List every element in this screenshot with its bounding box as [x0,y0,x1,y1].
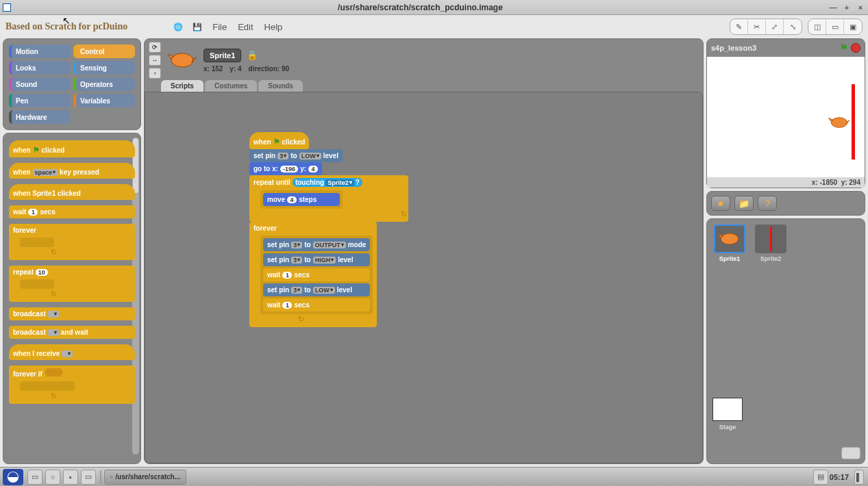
menu-file[interactable]: File [212,22,227,32]
sprite-direction: direction: 90 [249,65,289,73]
block-when-receive[interactable]: when I receive [9,344,135,360]
tool-group-edit: ✎ ✂ ⤢ ⤡ [730,18,802,35]
script-setpin-mode[interactable]: set pin3toOUTPUTmode [263,238,370,251]
scripts-area[interactable]: whenclicked set pin3toLOWlevel go to x:-… [145,92,703,463]
taskbar-task[interactable]: ▫/usr/share/scratch... [104,470,186,485]
script-setpin-high[interactable]: set pin3toHIGHlevel [263,253,370,266]
close-button[interactable]: × [856,3,865,12]
block-broadcast-wait[interactable]: broadcast and wait [9,326,135,339]
categories-panel: Motion Control Looks Sensing Sound Opera… [3,38,141,130]
window-titlebar: /usr/share/scratch/scratch_pcduino.image… [0,0,868,15]
maximize-button[interactable]: + [842,3,852,12]
script-forever[interactable]: forever set pin3toOUTPUTmode set pin3toH… [249,222,377,327]
category-pen[interactable]: Pen [9,94,71,107]
category-control[interactable]: Control [73,44,135,58]
view-present-icon[interactable]: ▣ [844,19,862,34]
minimize-button[interactable]: — [828,3,838,12]
sprite-list: Sprite1 Sprite2 Stage [706,218,865,464]
taskbar-minimize-icon[interactable]: ▭ [81,470,96,485]
paint-sprite-button[interactable]: ★ [711,196,730,211]
brand-main: Based on Scratch [5,21,76,31]
app-icon [3,3,11,12]
script-when-flag-clicked[interactable]: whenclicked [249,132,309,149]
block-forever-if[interactable]: forever if [9,366,135,404]
touching-reporter[interactable]: touchingSprite2? [293,178,362,187]
category-variables[interactable]: Variables [73,94,135,107]
stage-thumb[interactable]: Stage [712,398,743,431]
view-small-icon[interactable]: ◫ [808,19,826,34]
sprite1-on-stage[interactable] [828,115,851,131]
script-setpin-low-1[interactable]: set pin3toLOWlevel [249,149,343,162]
taskbar-files-icon[interactable]: ▭ [27,470,42,485]
block-when-key-pressed[interactable]: whenspacekey pressed [9,163,135,179]
block-palette: whenclicked whenspacekey pressed when Sp… [3,133,141,464]
taskbar-browser-icon[interactable]: ○ [45,470,60,485]
stage-coords: x: -1850 y: 294 [707,177,865,188]
rotate-none-button[interactable]: ▫ [149,68,161,79]
script-wait-2[interactable]: wait1secs [263,298,370,311]
stamp-icon[interactable]: ✎ [730,19,748,34]
view-medium-icon[interactable]: ▭ [826,19,844,34]
taskbar: ▭ ○ ▪ ▭ ▫/usr/share/scratch... ▤ 05:17 ▌ [0,467,868,486]
script-move[interactable]: move4steps [263,193,340,206]
category-sound[interactable]: Sound [9,77,71,91]
save-icon[interactable]: 💾 [190,19,205,34]
green-flag-button[interactable]: ⚑ [839,42,848,54]
tool-group-view: ◫ ▭ ▣ [808,18,863,35]
rotate-flip-button[interactable]: ↔ [149,55,161,66]
category-operators[interactable]: Operators [73,77,135,91]
resize-grip[interactable] [841,447,860,459]
svg-point-3 [831,118,847,128]
stage-canvas[interactable] [707,57,865,177]
tab-scripts[interactable]: Scripts [161,80,203,92]
category-looks[interactable]: Looks [9,61,71,75]
block-broadcast[interactable]: broadcast [9,307,135,320]
svg-point-6 [721,233,739,244]
sprite1-thumb[interactable]: Sprite1 [712,225,747,262]
rotate-free-button[interactable]: ⟳ [149,42,161,53]
taskbar-clock: 05:17 [830,473,849,481]
tab-sounds[interactable]: Sounds [258,80,303,92]
stop-button[interactable] [851,43,860,53]
category-hardware[interactable]: Hardware [9,110,71,124]
sprite-x: x: 152 [203,65,223,73]
flag-icon [33,146,40,155]
sprite-y: y: 4 [230,65,241,73]
shrink-icon[interactable]: ⤡ [784,19,802,34]
lock-icon[interactable]: 🔒 [247,50,258,60]
project-title: s4p_lesson3 [711,44,839,52]
block-forever[interactable]: forever [9,224,135,260]
taskbar-tray-icon[interactable]: ▤ [813,470,828,485]
category-motion[interactable]: Motion [9,44,71,58]
script-wait-1[interactable]: wait1secs [263,268,370,281]
taskbar-desktop-icon[interactable]: ▌ [854,470,864,485]
script-goto-xy[interactable]: go to x:-196y:4 [249,162,322,175]
import-sprite-button[interactable]: 📁 [734,196,754,211]
script-repeat-until[interactable]: repeat until touchingSprite2? move4steps [249,175,408,222]
sprite-header: ⟳ ↔ ▫ Sprite1 🔒 x: 152 [145,39,703,81]
block-wait[interactable]: wait1secs [9,205,135,218]
svg-point-0 [171,53,193,67]
taskbar-terminal-icon[interactable]: ▪ [63,470,78,485]
tabs: Scripts Costumes Sounds [145,80,703,92]
start-button[interactable] [3,469,23,485]
tab-costumes[interactable]: Costumes [205,80,257,92]
window-title: /usr/share/scratch/scratch_pcduino.image [16,3,824,12]
category-sensing[interactable]: Sensing [73,61,135,75]
menu-help[interactable]: Help [264,22,283,32]
language-icon[interactable]: 🌐 [171,19,186,34]
sprite2-thumb[interactable]: Sprite2 [754,225,788,262]
sprite-rotation-tools: ⟳ ↔ ▫ [149,42,161,79]
surprise-sprite-button[interactable]: ? [758,196,777,211]
block-repeat[interactable]: repeat 10 [9,266,135,302]
scissors-icon[interactable]: ✂ [748,19,766,34]
sprite-name-field[interactable]: Sprite1 [203,49,241,62]
grow-icon[interactable]: ⤢ [766,19,784,34]
block-when-sprite-clicked[interactable]: when Sprite1 clicked [9,184,135,200]
menu-edit[interactable]: Edit [238,22,253,32]
sprite2-on-stage[interactable] [852,84,855,159]
block-when-flag-clicked[interactable]: whenclicked [9,140,135,157]
script-stack[interactable]: whenclicked set pin3toLOWlevel go to x:-… [249,132,408,327]
script-setpin-low-2[interactable]: set pin3toLOWlevel [263,283,370,296]
new-sprite-tools: ★ 📁 ? [707,192,865,215]
